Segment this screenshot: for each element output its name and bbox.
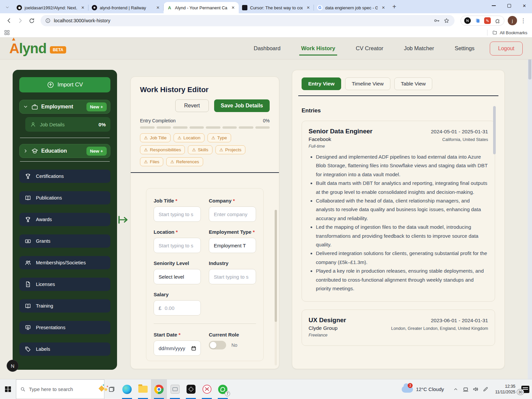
taskbar-file-explorer[interactable] [135,379,151,399]
revert-button[interactable]: Revert [175,99,209,112]
chip-files[interactable]: ⚠Files [140,157,163,166]
start-date-input[interactable]: dd/mm/yyyy [154,340,201,356]
taskbar-media-app[interactable] [167,379,183,399]
entry-card[interactable]: Senior Data Engineer 2024-05-01 - 2025-0… [302,121,495,302]
sidebar-section-education[interactable]: Education New + [19,144,110,158]
sidebar-item-licenses[interactable]: Licenses [19,278,110,291]
tab-railway[interactable]: alynd-frontend | Railway ✕ [88,2,164,13]
chip-type[interactable]: ⚠Type [207,133,231,142]
taskbar-weather[interactable]: 3 12°C Cloudy [402,386,444,393]
save-job-details-button[interactable]: Save Job Details [214,99,270,112]
tab-alynd-active[interactable]: A Alynd - Your Permanent Career ✕ [164,2,239,13]
profile-avatar[interactable]: j [508,16,517,25]
nextjs-dev-badge[interactable]: N [7,360,19,372]
window-close-button[interactable]: ✕ [517,0,532,11]
chip-responsibilities[interactable]: ⚠Responsibilities [140,145,185,154]
location-input[interactable] [154,238,201,253]
job-title-input[interactable] [154,206,201,222]
tab-table-view[interactable]: Table View [394,77,433,90]
new-tab-button[interactable]: + [392,3,396,11]
sidebar-item-certifications[interactable]: Certifications [19,170,110,183]
salary-input[interactable]: £ 0.00 [154,300,201,316]
entries-scrollbar[interactable] [493,104,496,366]
window-maximize-button[interactable] [501,0,517,11]
tab-github[interactable]: joeldasari1992/Alynd: Next.js Ca ✕ [13,2,88,13]
tab-close-icon[interactable]: ✕ [380,5,386,11]
current-role-toggle[interactable] [209,341,226,349]
entry-card[interactable]: UX Designer 2023-06-01 - 2024-01-31 Clyd… [302,310,495,346]
import-cv-button[interactable]: Import CV [19,77,110,92]
logout-button[interactable]: Logout [490,42,523,56]
nav-work-history[interactable]: Work History [301,39,336,58]
sidebar-item-publications[interactable]: Publications [19,191,110,204]
tab-close-icon[interactable]: ✕ [230,5,236,11]
password-key-icon[interactable] [433,17,440,24]
cast-icon[interactable] [461,379,470,399]
tab-search-icon[interactable] [3,3,12,12]
tab-google[interactable]: G data engienern job spec - Goog ✕ [314,2,389,13]
sidebar-item-memberships[interactable]: Memberships/Societies [19,256,110,269]
clipboard-extension-icon[interactable] [474,17,481,24]
sidebar-expand-icon[interactable] [118,215,129,224]
bookmark-star-icon[interactable] [443,17,450,24]
sidebar-item-grants[interactable]: Grants [19,234,110,248]
apps-grid-icon[interactable] [5,30,9,35]
taskbar-edge[interactable] [119,379,135,399]
taskbar-clock[interactable]: 12:35 11/11/2025 [495,384,515,395]
extensions-puzzle-icon[interactable] [494,17,501,24]
sidebar-item-presentations[interactable]: Presentations [19,321,110,334]
site-info-icon[interactable] [45,18,51,23]
sidebar-item-labels[interactable]: Labels [19,342,110,356]
taskbar-dark-app[interactable] [183,379,199,399]
url-text[interactable]: localhost:3000/work-history [54,18,430,23]
sidebar-item-training[interactable]: Training [19,299,110,313]
volume-icon[interactable] [470,379,480,399]
nav-cv-creator[interactable]: CV Creator [355,39,384,58]
pen-icon[interactable] [480,379,490,399]
chip-projects[interactable]: ⚠Projects [215,145,245,154]
taskbar-whatsapp[interactable]: 7 [215,379,231,399]
taskbar-chrome[interactable] [151,379,167,399]
reload-icon[interactable] [27,16,37,26]
tab-entry-view[interactable]: Entry View [302,77,341,90]
sidebar-item-job-details[interactable]: Job Details 0% [25,117,110,132]
chip-job-title[interactable]: ⚠Job Title [140,133,171,142]
red-extension-icon[interactable] [484,17,491,24]
tab-cursor[interactable]: Cursor: The best way to code w ✕ [239,2,314,13]
url-bar[interactable]: localhost:3000/work-history [41,15,455,26]
tab-timeline-view[interactable]: Timeline View [345,77,390,90]
chip-references[interactable]: ⚠References [166,157,203,166]
employment-new-button[interactable]: New + [86,102,107,111]
chip-location[interactable]: ⚠Location [174,133,204,142]
taskbar-search[interactable]: Type here to search [16,379,104,399]
nav-job-matcher[interactable]: Job Matcher [403,39,435,58]
chevron-down-icon[interactable] [23,104,28,109]
alynd-logo[interactable]: Alynd BETA [9,42,66,56]
tab-close-icon[interactable]: ✕ [155,5,161,11]
start-button[interactable] [0,379,16,399]
calendar-icon[interactable] [191,345,197,351]
tray-chevron-up-icon[interactable] [451,379,461,399]
chip-skills[interactable]: ⚠Skills [188,145,212,154]
window-minimize-button[interactable] [486,0,501,11]
chevron-right-icon[interactable] [23,148,28,154]
nav-settings[interactable]: Settings [454,39,475,58]
editor-scrollbar[interactable] [275,210,277,365]
sidebar-item-awards[interactable]: Awards [19,213,110,226]
company-input[interactable] [209,206,256,222]
sidebar-section-employment[interactable]: Employment New + [19,100,110,114]
back-icon[interactable] [4,16,14,26]
industry-input[interactable] [209,269,256,284]
taskbar-snipping-tool[interactable] [199,379,215,399]
page-scrollbar[interactable] [528,38,532,379]
education-new-button[interactable]: New + [86,147,107,156]
seniority-select[interactable]: Select level [154,269,201,284]
employment-type-select[interactable]: Employment T [209,238,256,253]
notification-center[interactable]: 30 [519,379,532,399]
all-bookmarks[interactable]: All Bookmarks [487,30,527,36]
tab-close-icon[interactable]: ✕ [305,5,311,11]
forward-icon[interactable] [15,16,25,26]
nav-dashboard[interactable]: Dashboard [253,39,281,58]
tab-close-icon[interactable]: ✕ [80,5,86,11]
notion-extension-icon[interactable] [464,17,471,24]
